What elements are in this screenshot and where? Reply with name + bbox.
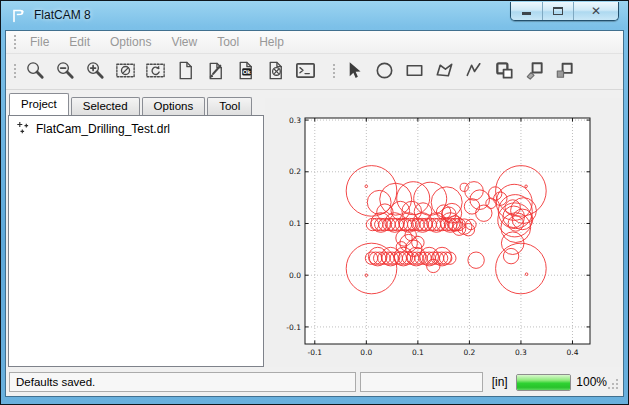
- draw-circle-icon: [373, 59, 396, 85]
- main-area: ProjectSelectedOptionsTool FlatCam_Drill…: [6, 91, 623, 368]
- draw-rectangle-button[interactable]: [399, 57, 429, 87]
- zoom-in-button[interactable]: [80, 57, 110, 87]
- menu-edit[interactable]: Edit: [59, 31, 100, 53]
- client-area: FileEditOptionsViewToolHelp Ok ProjectSe…: [5, 30, 624, 397]
- replot-button[interactable]: [140, 57, 170, 87]
- draw-polyline-icon: [463, 59, 486, 85]
- resize-grip[interactable]: [607, 376, 619, 394]
- zoom-out-button[interactable]: [50, 57, 80, 87]
- draw-circle-button[interactable]: [369, 57, 399, 87]
- menu-view[interactable]: View: [161, 31, 207, 53]
- minimize-icon: [522, 12, 531, 15]
- progress-fill: [517, 375, 571, 390]
- svg-text:-0.1: -0.1: [307, 348, 322, 357]
- menu-file[interactable]: File: [20, 31, 59, 53]
- new-project-button[interactable]: [170, 57, 200, 87]
- select-tool-button[interactable]: [339, 57, 369, 87]
- menu-items: FileEditOptionsViewToolHelp: [20, 31, 294, 53]
- minimize-button[interactable]: [511, 2, 542, 20]
- plot-canvas[interactable]: -0.10.00.10.20.30.4-0.10.00.10.20.3: [265, 98, 623, 367]
- svg-text:0.1: 0.1: [289, 219, 301, 228]
- drill-points-icon: [16, 121, 29, 137]
- close-button[interactable]: ✕: [573, 2, 618, 20]
- shell-button[interactable]: [290, 57, 320, 87]
- close-icon: ✕: [591, 5, 601, 17]
- tab-project[interactable]: Project: [9, 93, 69, 115]
- zoom-fit-button[interactable]: [20, 57, 50, 87]
- polygon-union-button[interactable]: [489, 57, 519, 87]
- shell-icon: [294, 59, 317, 85]
- draw-rectangle-icon: [403, 59, 426, 85]
- zoom-out-icon: [54, 59, 77, 85]
- select-tool-icon: [343, 59, 366, 85]
- geometry-toolbar: [339, 57, 579, 87]
- zoom-in-icon: [84, 59, 107, 85]
- statusbar: Defaults saved. [in] 100%: [6, 368, 623, 396]
- menubar-drag-handle[interactable]: [13, 34, 17, 51]
- svg-text:-0.1: -0.1: [286, 323, 301, 332]
- svg-text:0.3: 0.3: [289, 116, 301, 125]
- accept-object-button[interactable]: Ok: [230, 57, 260, 87]
- project-tree[interactable]: FlatCam_Drilling_Test.drl: [8, 115, 264, 367]
- maximize-button[interactable]: [542, 2, 573, 20]
- tab-selected[interactable]: Selected: [71, 97, 140, 115]
- new-project-icon: [174, 59, 197, 85]
- polygon-subtraction-icon: [553, 59, 576, 85]
- plot-toolbar-drag-handle[interactable]: [13, 63, 17, 80]
- svg-text:0.3: 0.3: [515, 348, 527, 357]
- svg-text:0.4: 0.4: [567, 348, 579, 357]
- drill-plot[interactable]: -0.10.00.10.20.30.4-0.10.00.10.20.3: [265, 98, 624, 375]
- draw-polygon-icon: [433, 59, 456, 85]
- maximize-icon: [553, 7, 563, 15]
- geometry-toolbar-drag-handle[interactable]: [332, 63, 336, 80]
- left-panel: ProjectSelectedOptionsTool FlatCam_Drill…: [8, 93, 264, 367]
- status-message: Defaults saved.: [9, 372, 356, 392]
- units-label: [in]: [492, 375, 508, 389]
- replot-icon: [144, 59, 167, 85]
- accept-object-icon: Ok: [234, 59, 257, 85]
- svg-text:0.2: 0.2: [463, 348, 475, 357]
- svg-text:Ok: Ok: [242, 68, 251, 74]
- tab-tool[interactable]: Tool: [207, 97, 252, 115]
- flatcam-logo-icon: [10, 7, 27, 24]
- flatcam-window: FlatCAM 8 ✕ FileEditOptionsViewToolHelp …: [0, 0, 629, 405]
- menu-tool[interactable]: Tool: [207, 31, 249, 53]
- polygon-subtraction-button[interactable]: [549, 57, 579, 87]
- svg-text:0.0: 0.0: [289, 271, 301, 280]
- tree-item[interactable]: FlatCam_Drilling_Test.drl: [9, 116, 263, 137]
- polygon-union-icon: [493, 59, 516, 85]
- clear-plot-icon: [114, 59, 137, 85]
- open-project-button[interactable]: [200, 57, 230, 87]
- svg-text:0.1: 0.1: [412, 348, 424, 357]
- progress-percent-label: 100%: [576, 375, 607, 389]
- polygon-intersection-icon: [523, 59, 546, 85]
- menu-help[interactable]: Help: [249, 31, 294, 53]
- draw-polyline-button[interactable]: [459, 57, 489, 87]
- menubar: FileEditOptionsViewToolHelp: [6, 31, 623, 54]
- svg-text:0.0: 0.0: [360, 348, 372, 357]
- window-title: FlatCAM 8: [34, 8, 91, 22]
- cancel-object-button[interactable]: [260, 57, 290, 87]
- zoom-fit-icon: [24, 59, 47, 85]
- svg-text:0.2: 0.2: [289, 167, 301, 176]
- status-secondary-field: [360, 372, 483, 392]
- menu-options[interactable]: Options: [100, 31, 161, 53]
- clear-plot-button[interactable]: [110, 57, 140, 87]
- draw-polygon-button[interactable]: [429, 57, 459, 87]
- tab-options[interactable]: Options: [142, 97, 206, 115]
- window-controls: ✕: [510, 2, 619, 21]
- progress-bar: [516, 374, 572, 391]
- polygon-intersection-button[interactable]: [519, 57, 549, 87]
- plot-toolbar: Ok: [20, 57, 320, 87]
- tabbar: ProjectSelectedOptionsTool: [8, 93, 264, 115]
- open-project-icon: [204, 59, 227, 85]
- toolbar: Ok: [6, 54, 623, 90]
- cancel-object-icon: [264, 59, 287, 85]
- titlebar: FlatCAM 8 ✕: [1, 1, 628, 29]
- tree-item-label: FlatCam_Drilling_Test.drl: [36, 122, 170, 136]
